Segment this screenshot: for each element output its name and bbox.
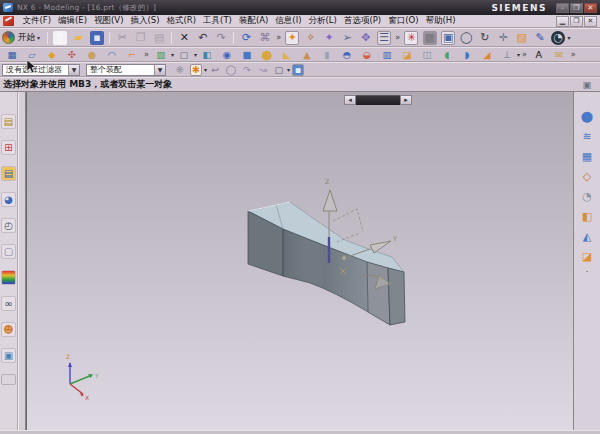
redo-icon[interactable]: ↷ — [214, 31, 228, 45]
bend-icon[interactable]: ◣ — [281, 49, 293, 61]
boss-icon[interactable]: ▲ — [301, 49, 313, 61]
sketch-task-icon[interactable]: ▦ — [6, 49, 18, 61]
menu-preferences[interactable]: 首选项(P) — [340, 15, 384, 27]
select-cursor-icon[interactable]: ➢ — [340, 31, 354, 45]
chevron-down-icon[interactable]: ▾ — [204, 66, 207, 73]
menu-window[interactable]: 窗口(O) — [385, 15, 422, 27]
toolbar-overflow-icon[interactable]: » — [522, 50, 527, 59]
mdi-close-button[interactable]: ✕ — [584, 16, 597, 27]
undo-icon[interactable]: ↶ — [196, 31, 210, 45]
chevron-down-icon[interactable]: ▼ — [154, 65, 165, 75]
maximize-button[interactable]: ❐ — [570, 3, 583, 13]
menu-format[interactable]: 格式(R) — [163, 15, 200, 27]
datum-csys-icon[interactable]: ✣ — [66, 49, 78, 61]
mdi-minimize-button[interactable]: ▁ — [556, 16, 569, 27]
mesh-box-icon[interactable]: ▦ — [579, 148, 596, 164]
graphics-window[interactable]: ◂ ▸ — [26, 92, 573, 430]
cut-icon[interactable]: ✂ — [115, 31, 129, 45]
touch-mode-icon[interactable]: ⌘ — [258, 31, 272, 45]
groups-icon[interactable]: ☻ — [1, 322, 16, 337]
sew-icon[interactable]: ◪ — [401, 49, 413, 61]
menu-edit[interactable]: 编辑(E) — [55, 15, 91, 27]
rectangle-icon[interactable]: ▢ — [178, 49, 190, 61]
orange-box-icon[interactable]: ◧ — [579, 208, 596, 224]
assembly-navigator-icon[interactable]: ▤ — [1, 114, 16, 129]
shaded-view-icon[interactable]: ▩ — [423, 31, 437, 45]
resource-bar-blank-button[interactable] — [1, 374, 16, 385]
block-icon[interactable]: ■ — [241, 49, 253, 61]
menu-analysis[interactable]: 分析(L) — [305, 15, 340, 27]
ring-icon[interactable]: ◇ — [579, 168, 596, 184]
arc-icon[interactable]: ◠ — [106, 49, 118, 61]
history-icon[interactable]: ◴ — [1, 218, 16, 233]
datum-axis-icon[interactable]: ◆ — [46, 49, 58, 61]
fold-icon[interactable]: ◪ — [579, 248, 596, 264]
image-gallery-icon[interactable]: ▣ — [1, 348, 16, 363]
sphere-arrow-icon[interactable]: ◔ — [579, 188, 596, 204]
draft-icon[interactable]: ⊥ — [501, 49, 513, 61]
repeat-command-icon[interactable]: ⟳ — [240, 31, 254, 45]
selection-scope-combo[interactable]: 整个装配 ▼ — [86, 64, 166, 76]
open-folder-icon[interactable]: ▰ — [72, 31, 86, 45]
perspective-globe-icon[interactable]: ◔ — [551, 31, 565, 45]
menu-file[interactable]: 文件(F) — [19, 15, 55, 27]
fit-view-icon[interactable]: ✳ — [404, 31, 418, 45]
process-studio-icon[interactable] — [1, 270, 16, 285]
chevron-down-icon[interactable]: ▾ — [171, 51, 174, 58]
mdi-restore-button[interactable]: ❐ — [570, 16, 583, 27]
menu-assemblies[interactable]: 装配(A) — [235, 15, 271, 27]
list-icon[interactable]: ☰ — [377, 31, 391, 45]
pad-icon[interactable]: ▮ — [321, 49, 333, 61]
toolbar-overflow-icon[interactable]: » — [144, 50, 149, 59]
snap-intersect-icon[interactable]: ✥ — [359, 31, 373, 45]
clip-section-icon[interactable]: ▨ — [515, 31, 529, 45]
select-hook-icon[interactable]: ↩ — [209, 64, 221, 76]
resource-bar-splitter[interactable] — [18, 92, 26, 430]
cylinder-icon[interactable]: ⬤ — [261, 49, 273, 61]
thicken-icon[interactable]: ◫ — [421, 49, 433, 61]
datum-plane-icon[interactable]: ▱ — [26, 49, 38, 61]
web-browser-icon[interactable]: ▢ — [1, 244, 16, 259]
wedge-icon[interactable]: ◭ — [579, 228, 596, 244]
subtract-icon[interactable]: ◒ — [361, 49, 373, 61]
pan-icon[interactable]: ✛ — [496, 31, 510, 45]
unite-icon[interactable]: ◓ — [341, 49, 353, 61]
start-button[interactable]: 开始 ▾ — [2, 31, 40, 44]
rotate-view-icon[interactable]: ↻ — [478, 31, 492, 45]
selection-filter-combo[interactable]: 没有选择过滤器 ▼ — [2, 64, 80, 76]
menu-tools[interactable]: 工具(T) — [200, 15, 236, 27]
curve-rule1-icon[interactable]: ↷ — [241, 64, 253, 76]
shell-icon[interactable]: ◖ — [441, 49, 453, 61]
toolbar-overflow-icon[interactable]: » — [395, 33, 400, 42]
paste-icon[interactable]: ▤ — [152, 31, 166, 45]
zoom-icon[interactable]: ◯ — [460, 31, 474, 45]
text-icon[interactable]: A — [533, 49, 545, 61]
chevron-down-icon[interactable]: ▾ — [194, 51, 197, 58]
menu-help[interactable]: 帮助(H) — [422, 15, 459, 27]
snap-point-icon[interactable]: ✦ — [285, 31, 299, 45]
toolbar-overflow-icon[interactable]: » — [276, 33, 281, 42]
select-circle-icon[interactable]: ◯ — [225, 64, 237, 76]
menu-insert[interactable]: 插入(S) — [127, 15, 163, 27]
menu-information[interactable]: 信息(I) — [272, 15, 305, 27]
constraint-navigator-icon[interactable]: ⊞ — [1, 140, 16, 155]
extrude-cyl-icon[interactable]: ⬤ — [579, 108, 596, 124]
snap-end-icon[interactable]: ✧ — [304, 31, 318, 45]
curve-rule2-icon[interactable]: ↝ — [257, 64, 269, 76]
delete-icon[interactable]: ✕ — [177, 31, 191, 45]
reuse-library-icon[interactable]: ◕ — [1, 192, 16, 207]
new-icon[interactable]: ▯ — [53, 31, 67, 45]
spline-icon[interactable]: ⌐ — [126, 49, 138, 61]
chevron-down-icon[interactable]: ▾ — [287, 66, 290, 73]
cue-icon[interactable]: ▣ — [581, 79, 593, 91]
chevron-down-icon[interactable]: ▼ — [68, 65, 79, 75]
save-icon[interactable]: ▪ — [90, 31, 104, 45]
display-mode-icon[interactable]: ▣ — [441, 31, 455, 45]
swept-icon[interactable]: ≋ — [579, 128, 596, 144]
toolbar-overflow-icon[interactable]: » — [571, 50, 576, 59]
menu-view[interactable]: 视图(V) — [91, 15, 127, 27]
snap-mid-icon[interactable]: ✦ — [322, 31, 336, 45]
close-button[interactable]: ✕ — [584, 3, 597, 13]
envelope-icon[interactable]: ✉ — [553, 49, 565, 61]
solid-cube-icon[interactable]: ▪ — [292, 64, 304, 76]
